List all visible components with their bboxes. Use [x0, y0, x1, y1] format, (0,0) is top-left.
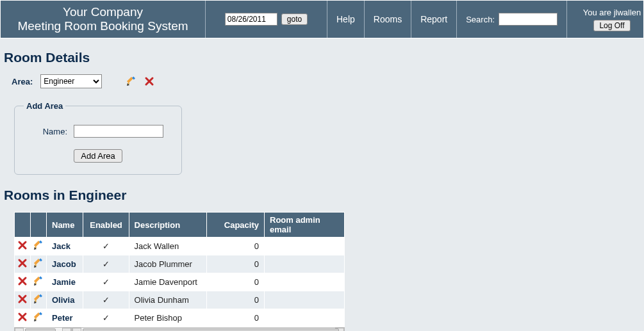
room-description: Jacob Plummer: [129, 255, 206, 273]
search-input[interactable]: [499, 13, 557, 26]
col-enabled[interactable]: Enabled: [83, 213, 129, 238]
rooms-table: Name Enabled Description Capacity Room a…: [14, 212, 345, 327]
room-name[interactable]: Jamie: [47, 273, 83, 291]
room-capacity: 0: [207, 291, 265, 309]
nav-help[interactable]: Help: [327, 1, 365, 38]
scroll-left-arrow-icon[interactable]: ◄: [72, 328, 81, 331]
delete-room-icon[interactable]: [17, 276, 28, 286]
room-name[interactable]: Olivia: [47, 291, 83, 309]
scrollbar-left[interactable]: ◄ ►: [14, 327, 72, 331]
add-area-button[interactable]: Add Area: [74, 149, 122, 163]
delete-room-icon[interactable]: [17, 312, 28, 322]
room-capacity: 0: [207, 309, 265, 327]
add-area-name-input[interactable]: [74, 125, 163, 138]
nav-rooms[interactable]: Rooms: [365, 1, 411, 38]
room-name[interactable]: Jacob: [47, 255, 83, 273]
edit-room-icon[interactable]: [33, 240, 44, 250]
user-text: You are jlwallen: [583, 8, 641, 17]
room-enabled: ✓: [83, 309, 129, 327]
room-name[interactable]: Peter: [47, 309, 83, 327]
edit-room-icon[interactable]: [33, 312, 44, 322]
col-edit: [31, 213, 47, 238]
col-name[interactable]: Name: [47, 213, 83, 238]
scroll-right-arrow-icon[interactable]: ►: [62, 328, 71, 331]
date-input[interactable]: [225, 13, 277, 26]
area-label: Area:: [12, 77, 33, 86]
room-enabled: ✓: [83, 255, 129, 273]
delete-room-icon[interactable]: [17, 240, 28, 250]
system-name: Meeting Room Booking System: [1, 19, 205, 33]
scrollbar-right[interactable]: ◄ ►: [72, 327, 345, 331]
company-name: Your Company: [1, 5, 205, 19]
room-capacity: 0: [207, 273, 265, 291]
room-admin-email: [265, 238, 345, 255]
brand-block: Your Company Meeting Room Booking System: [1, 1, 206, 38]
delete-area-icon[interactable]: [144, 76, 154, 86]
room-description: Jack Wallen: [129, 238, 206, 255]
add-area-name-row: Name:: [35, 125, 172, 138]
scroll-thumb[interactable]: [83, 328, 339, 331]
content: Room Details Area: Engineer Add Area Nam…: [0, 38, 644, 331]
room-capacity: 0: [207, 238, 265, 255]
room-enabled: ✓: [83, 238, 129, 255]
room-admin-email: [265, 273, 345, 291]
col-description[interactable]: Description: [129, 213, 206, 238]
edit-area-icon[interactable]: [126, 76, 136, 86]
col-delete: [15, 213, 31, 238]
delete-room-icon[interactable]: [17, 258, 28, 268]
room-admin-email: [265, 291, 345, 309]
search-label: Search:: [466, 15, 495, 24]
room-description: Jamie Davenport: [129, 273, 206, 291]
app-header: Your Company Meeting Room Booking System…: [0, 0, 644, 38]
add-area-legend: Add Area: [24, 101, 65, 111]
scroll-thumb[interactable]: [25, 328, 56, 331]
table-scrollbars: ◄ ► ◄ ►: [14, 327, 345, 331]
edit-room-icon[interactable]: [33, 258, 44, 268]
search-cell: Search:: [457, 1, 567, 38]
add-area-name-label: Name:: [35, 127, 67, 136]
room-admin-email: [265, 309, 345, 327]
room-description: Peter Bishop: [129, 309, 206, 327]
goto-button[interactable]: goto: [281, 13, 308, 25]
area-select[interactable]: Engineer: [40, 74, 102, 88]
date-goto-cell: goto: [206, 1, 327, 38]
col-admin-email[interactable]: Room admin email: [265, 213, 345, 238]
user-cell: You are jlwallen Log Off: [567, 1, 644, 38]
room-admin-email: [265, 255, 345, 273]
room-capacity: 0: [207, 255, 265, 273]
room-enabled: ✓: [83, 291, 129, 309]
table-row: Peter✓Peter Bishop0: [15, 309, 345, 327]
col-capacity[interactable]: Capacity: [207, 213, 265, 238]
logoff-button[interactable]: Log Off: [593, 20, 630, 31]
room-description: Olivia Dunham: [129, 291, 206, 309]
delete-room-icon[interactable]: [17, 294, 28, 304]
table-row: Olivia✓Olivia Dunham0: [15, 291, 345, 309]
room-name[interactable]: Jack: [47, 238, 83, 255]
edit-room-icon[interactable]: [33, 276, 44, 286]
scroll-left-arrow-icon[interactable]: ◄: [15, 328, 24, 331]
nav-report[interactable]: Report: [411, 1, 457, 38]
add-area-fieldset: Add Area Name: Add Area: [14, 101, 182, 175]
table-row: Jacob✓Jacob Plummer0: [15, 255, 345, 273]
rooms-table-wrap: Name Enabled Description Capacity Room a…: [14, 212, 345, 327]
table-row: Jamie✓Jamie Davenport0: [15, 273, 345, 291]
edit-room-icon[interactable]: [33, 294, 44, 304]
area-row: Area: Engineer: [12, 74, 640, 88]
room-details-title: Room Details: [4, 50, 640, 65]
rooms-section-title: Rooms in Engineer: [4, 188, 640, 203]
table-row: Jack✓Jack Wallen0: [15, 238, 345, 255]
room-enabled: ✓: [83, 273, 129, 291]
